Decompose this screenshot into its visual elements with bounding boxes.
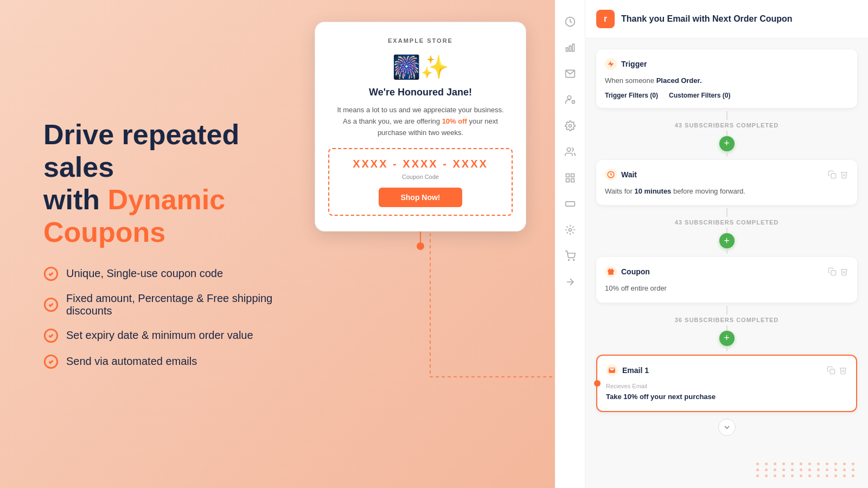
connector-line-3b [726, 325, 727, 331]
coupon-code: XXXX - XXXX - XXXX [336, 158, 505, 170]
dots-decoration [756, 463, 857, 477]
firework-emoji: 🎆✨ [328, 54, 513, 80]
email-label: Email 1 [622, 366, 649, 375]
sidebar-icon-chart[interactable] [559, 37, 581, 59]
store-name: EXAMPLE STORE [328, 37, 513, 44]
svg-rect-26 [831, 271, 836, 275]
discount-highlight: 10% off [442, 117, 467, 125]
coupon-icon [605, 266, 617, 278]
subscriber-connector-3: 36 SUBSCRIBERS COMPLETED + [596, 303, 857, 355]
expand-button[interactable] [718, 419, 736, 436]
wait-node-header: Wait [605, 169, 848, 181]
check-icon-2 [43, 297, 59, 312]
coupon-node-actions [828, 267, 848, 276]
wait-label: Wait [621, 170, 637, 179]
coupon-delete-icon[interactable] [840, 267, 848, 276]
email-sub-label: Recieves Email [606, 382, 847, 391]
connector-line-1b [726, 131, 727, 136]
subscriber-badge-2: 43 SUBSCRIBERS COMPLETED [675, 219, 778, 226]
headline-line1: Drive repeated sales [43, 119, 239, 183]
sidebar [555, 0, 585, 488]
coupon-desc: 10% off entire order [605, 284, 667, 292]
shop-now-button[interactable]: Shop Now! [379, 188, 462, 207]
add-step-btn-1[interactable]: + [719, 136, 735, 151]
coupon-title-row: Coupon [605, 266, 650, 278]
workflow-header: r Thank you Email with Next Order Coupon [585, 0, 868, 38]
svg-rect-5 [566, 48, 567, 52]
connector-line-3c [726, 346, 727, 351]
sidebar-icon-settings2[interactable] [559, 219, 581, 241]
svg-point-21 [573, 260, 574, 261]
customer-filter-label: Customer Filters ( [669, 92, 725, 99]
check-icon-3 [43, 328, 59, 343]
email-card-container: EXAMPLE STORE 🎆✨ We're Honoured Jane! It… [315, 22, 526, 250]
svg-rect-16 [566, 179, 569, 182]
sidebar-icon-rectangle[interactable] [559, 193, 581, 215]
customer-filters-link[interactable]: Customer Filters (0) [669, 92, 730, 99]
logo-badge: r [596, 10, 615, 28]
check-icon-1 [43, 266, 59, 281]
subscriber-badge-3: 36 SUBSCRIBERS COMPLETED [675, 317, 778, 323]
svg-point-13 [567, 148, 571, 152]
feature-item-2: Fixed amount, Percentage & Free shipping… [43, 292, 304, 317]
sidebar-icon-clock[interactable] [559, 11, 581, 33]
bottom-expand [596, 412, 857, 442]
coupon-box: XXXX - XXXX - XXXX Coupon Code Shop Now! [328, 148, 513, 216]
feature-text-4: Send via automated emails [66, 355, 197, 368]
sidebar-icon-mail[interactable] [559, 63, 581, 85]
sidebar-icon-bag[interactable] [559, 245, 581, 267]
sidebar-icon-gear[interactable] [559, 115, 581, 137]
coupon-node: Coupon 10% off entire order [596, 257, 857, 303]
trigger-filter-label: Trigger Filters ( [605, 92, 652, 99]
sidebar-icon-grid[interactable] [559, 167, 581, 189]
trigger-icon [605, 58, 617, 70]
wait-desc-before: Waits for [605, 187, 634, 195]
trigger-filters: Trigger Filters (0) Customer Filters (0) [605, 92, 848, 99]
email-node-actions [827, 366, 847, 375]
trigger-filters-link[interactable]: Trigger Filters (0) [605, 92, 658, 99]
workflow-content: Trigger When someone Placed Order. Trigg… [585, 38, 868, 453]
trigger-desc-before: When someone [605, 76, 656, 85]
svg-point-20 [568, 260, 569, 261]
sidebar-icon-users[interactable] [559, 141, 581, 163]
add-step-btn-2[interactable]: + [719, 233, 735, 248]
email-copy-icon[interactable] [827, 366, 835, 375]
svg-rect-17 [571, 179, 574, 182]
svg-rect-18 [565, 202, 575, 206]
wait-node-actions [828, 170, 848, 179]
email-delete-icon[interactable] [839, 366, 847, 375]
connector-line-1a [726, 111, 727, 120]
svg-rect-7 [572, 44, 574, 51]
connector-line-1c [726, 151, 727, 157]
subscriber-connector-1: 43 SUBSCRIBERS COMPLETED + [596, 108, 857, 160]
coupon-copy-icon[interactable] [828, 267, 837, 276]
svg-rect-25 [831, 174, 836, 178]
svg-rect-6 [569, 46, 571, 52]
trigger-filter-end: ) [656, 92, 658, 99]
chevron-down-icon [723, 423, 731, 432]
coupon-node-header: Coupon [605, 266, 848, 278]
email-desc: Take 10% off your next purchase [606, 393, 716, 401]
orange-dot-left [594, 380, 601, 387]
wait-desc-bold: 10 minutes [634, 187, 671, 195]
svg-rect-14 [566, 174, 569, 177]
coupon-label: Coupon [621, 267, 650, 276]
features-list: Unique, Single-use coupon code Fixed amo… [43, 266, 304, 369]
email-body: It means a lot to us and we appreciate y… [328, 105, 513, 138]
svg-point-19 [569, 229, 571, 232]
workflow-panel: r Thank you Email with Next Order Coupon… [585, 0, 868, 488]
connector-line-3a [726, 306, 727, 314]
sidebar-icon-person-settings[interactable] [559, 89, 581, 111]
connector-line-2a [726, 208, 727, 217]
copy-icon[interactable] [828, 170, 837, 179]
check-icon-4 [43, 354, 59, 369]
feature-text-1: Unique, Single-use coupon code [66, 267, 223, 280]
add-step-btn-3[interactable]: + [719, 331, 735, 346]
coupon-label: Coupon Code [336, 174, 505, 180]
delete-icon[interactable] [840, 170, 848, 179]
sidebar-icon-arrow[interactable] [559, 271, 581, 293]
trigger-title-row: Trigger [605, 58, 647, 70]
svg-marker-23 [608, 61, 614, 67]
customer-filter-end: ) [728, 92, 730, 99]
svg-rect-15 [571, 174, 574, 177]
